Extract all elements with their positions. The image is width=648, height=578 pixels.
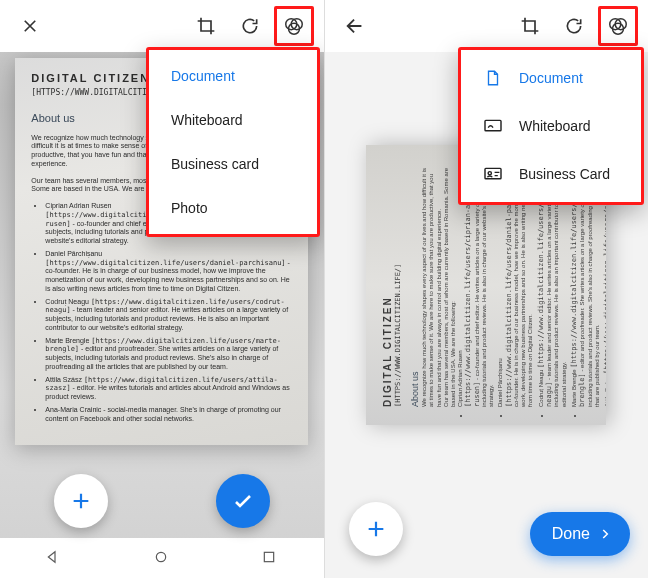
filter-option-label: Whiteboard bbox=[519, 118, 591, 134]
rotate-button[interactable] bbox=[230, 6, 270, 46]
filter-option-business-card[interactable]: Business Card bbox=[461, 150, 641, 198]
toolbar-left bbox=[0, 0, 324, 52]
filter-option-label: Business Card bbox=[519, 166, 610, 182]
crop-button[interactable] bbox=[510, 6, 550, 46]
nav-home-button[interactable] bbox=[153, 549, 171, 567]
svg-rect-4 bbox=[264, 552, 273, 561]
filter-option-document[interactable]: Document bbox=[149, 54, 317, 98]
filter-option-whiteboard[interactable]: Whiteboard bbox=[461, 102, 641, 150]
circle-home-icon bbox=[153, 549, 169, 565]
rotate-icon bbox=[564, 16, 584, 36]
svg-point-10 bbox=[488, 172, 491, 175]
plus-icon bbox=[365, 518, 387, 540]
svg-rect-9 bbox=[485, 168, 501, 178]
filter-button[interactable] bbox=[598, 6, 638, 46]
filter-option-whiteboard[interactable]: Whiteboard bbox=[149, 98, 317, 142]
page-url: [HTTPS://WWW.DIGITALCITIZEN.LIFE/] bbox=[394, 163, 402, 407]
toolbar-right bbox=[325, 0, 649, 52]
filter-button[interactable] bbox=[274, 6, 314, 46]
close-icon bbox=[21, 17, 39, 35]
rotate-icon bbox=[240, 16, 260, 36]
check-icon bbox=[231, 489, 255, 513]
crop-icon bbox=[520, 16, 540, 36]
filter-option-business-card[interactable]: Business card bbox=[149, 142, 317, 186]
arrow-left-icon bbox=[344, 15, 366, 37]
confirm-button[interactable] bbox=[216, 474, 270, 528]
member-item: Codruț Neagu [https://www.digitalcitizen… bbox=[45, 298, 292, 333]
filter-option-document[interactable]: Document bbox=[461, 54, 641, 102]
paragraph-intro: We recognize how much technology shapes … bbox=[421, 163, 443, 407]
member-item: Daniel Pârchișanu [https://www.digitalci… bbox=[45, 250, 292, 294]
crop-icon bbox=[196, 16, 216, 36]
filter-venn-icon bbox=[283, 15, 305, 37]
filter-menu-right: DocumentWhiteboardBusiness Card bbox=[458, 47, 644, 205]
filter-menu-left: DocumentWhiteboardBusiness cardPhoto bbox=[146, 47, 320, 237]
crop-button[interactable] bbox=[186, 6, 226, 46]
add-page-button[interactable] bbox=[54, 474, 108, 528]
add-page-button[interactable] bbox=[349, 502, 403, 556]
back-button[interactable] bbox=[335, 6, 375, 46]
triangle-back-icon bbox=[45, 549, 61, 565]
member-item: Attila Szász [https://www.digitalcitizen… bbox=[45, 376, 292, 402]
member-item: Marte Brengle [https://www.digitalcitize… bbox=[45, 337, 292, 372]
businesscard-icon bbox=[483, 164, 503, 184]
whiteboard-icon bbox=[483, 116, 503, 136]
pane-left: DIGITAL CITIZEN [HTTPS://WWW.DIGITALCITI… bbox=[0, 0, 325, 578]
filter-option-label: Document bbox=[519, 70, 583, 86]
section-heading: About us bbox=[411, 163, 422, 407]
paragraph-team: Our team has several members, most of wh… bbox=[443, 163, 457, 407]
nav-recent-button[interactable] bbox=[261, 549, 279, 567]
android-nav-bar bbox=[0, 538, 324, 578]
document-icon bbox=[483, 68, 503, 88]
member-item: Ana-Maria Crainic - social-media manager… bbox=[45, 406, 292, 424]
filter-venn-icon bbox=[607, 15, 629, 37]
pane-right: DIGITAL CITIZEN [HTTPS://WWW.DIGITALCITI… bbox=[325, 0, 649, 578]
svg-point-3 bbox=[156, 552, 165, 561]
filter-option-photo[interactable]: Photo bbox=[149, 186, 317, 230]
svg-rect-8 bbox=[485, 120, 501, 130]
square-recent-icon bbox=[261, 549, 277, 565]
plus-icon bbox=[70, 490, 92, 512]
rotate-button[interactable] bbox=[554, 6, 594, 46]
nav-back-button[interactable] bbox=[45, 549, 63, 567]
done-label: Done bbox=[552, 525, 590, 543]
page-title: DIGITAL CITIZEN bbox=[382, 163, 394, 407]
done-button[interactable]: Done bbox=[530, 512, 630, 556]
chevron-right-icon bbox=[598, 527, 612, 541]
close-button[interactable] bbox=[10, 6, 50, 46]
